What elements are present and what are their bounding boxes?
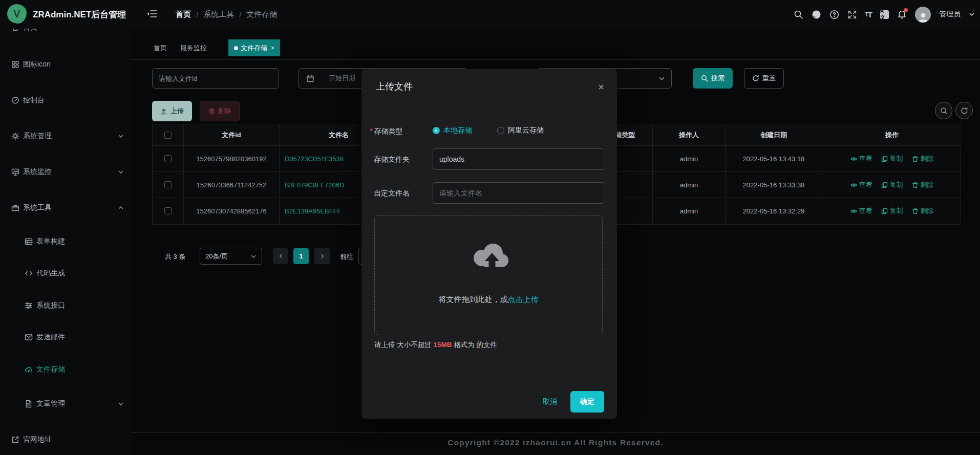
folder-input[interactable] [433,155,604,163]
tab-close-icon[interactable]: × [271,45,274,52]
cell-created: 2022-05-16 13:32:29 [726,198,822,224]
close-icon[interactable]: ✕ [598,82,605,92]
app-root: 首页 图标icon 控制台 系统管理 系统监控 系统工具 表单构建 [0,0,980,455]
page-size-select[interactable]: 20条/页 [200,248,262,265]
chevron-down-icon [250,253,257,259]
next-page-button[interactable] [314,248,330,264]
copy-link[interactable]: 复制 [881,206,903,215]
radio-unchecked-icon [497,127,504,134]
sidebar-item-system-api[interactable]: 系统接口 [0,299,131,312]
sidebar-item-code-gen[interactable]: 代码生成 [0,267,131,279]
upload-dropzone[interactable]: 将文件拖到此处，或点击上传 [374,215,603,335]
radio-aliyun-storage[interactable]: 阿里云存储 [497,126,544,135]
cancel-button[interactable]: 取消 [543,397,557,406]
row-checkbox[interactable] [164,207,172,214]
row-checkbox[interactable] [164,155,172,162]
view-link-label: 查看 [859,180,872,189]
tab-server-monitor[interactable]: 服务监控 [180,39,207,56]
cloud-upload-icon [467,239,514,273]
breadcrumb-separator: / [196,10,198,19]
search-icon[interactable] [794,10,803,19]
copy-link[interactable]: 复制 [881,154,903,163]
col-file-id: 文件id [184,124,280,146]
tab-file-storage[interactable]: 文件存储 × [228,39,280,56]
filename-inputbox [433,182,604,204]
delete-link-label: 删除 [921,206,934,215]
chevron-down-icon[interactable] [969,11,975,17]
sidebar-item-article-admin[interactable]: 文章管理 [0,398,131,410]
notification-bell-icon[interactable] [897,10,907,19]
sidebar-item-icons[interactable]: 图标icon [0,58,131,71]
tab-home[interactable]: 首页 [154,39,167,56]
breadcrumb: 首页 / 系统工具 / 文件存储 [176,0,277,29]
notification-dot [904,8,908,12]
sidebar-item-label: 系统接口 [36,301,65,310]
page-number-button[interactable]: 1 [293,248,309,264]
table-refresh-button[interactable] [955,102,973,119]
grid-icon [11,60,19,69]
sidebar-item-system-tools[interactable]: 系统工具 [0,202,131,214]
click-upload-link[interactable]: 点击上传 [508,295,539,304]
copy-link[interactable]: 复制 [881,180,903,189]
select-all-checkbox[interactable] [164,132,172,139]
fullscreen-icon[interactable] [847,10,857,19]
sliders-icon [25,301,33,310]
sidebar-item-website-link[interactable]: 官网地址 [0,434,131,446]
font-size-icon[interactable]: TT [865,10,872,19]
username[interactable]: 管理员 [939,10,961,19]
view-link[interactable]: 查看 [850,154,872,163]
breadcrumb-home[interactable]: 首页 [176,10,191,19]
delete-link[interactable]: 删除 [912,154,934,163]
filename-label: 自定文件名 [374,189,410,198]
cloud-upload-icon [25,365,33,374]
confirm-button[interactable]: 确定 [570,391,604,413]
breadcrumb-separator: / [239,10,241,19]
calendar-icon [306,74,314,82]
sidebar-item-send-mail[interactable]: 发送邮件 [0,331,131,343]
delete-button[interactable]: 删除 [200,101,240,121]
sidebar-item-system-monitor[interactable]: 系统监控 [0,166,131,178]
sidebar-fold-icon[interactable] [146,9,158,19]
sidebar-item-console[interactable]: 控制台 [0,94,131,106]
cell-file-id: 1526075798820360192 [184,146,280,172]
dropzone-text: 将文件拖到此处，或点击上传 [375,295,602,305]
copy-link-label: 复制 [890,206,903,215]
table-search-toggle-button[interactable] [935,102,952,119]
required-asterisk: * [370,127,372,135]
radio-local-storage[interactable]: 本地存储 [433,126,472,135]
col-operator: 操作人 [653,124,726,146]
delete-link[interactable]: 删除 [912,206,934,215]
sidebar-item-label: 系统监控 [23,167,52,177]
reset-button[interactable]: 重置 [744,68,784,89]
translate-icon[interactable]: A文 [880,10,889,19]
sidebar-item-form-builder[interactable]: 表单构建 [0,235,131,248]
cell-operator: admin [653,146,726,172]
view-link[interactable]: 查看 [850,180,872,189]
avatar[interactable] [915,7,931,23]
help-icon[interactable] [829,10,839,19]
delete-link[interactable]: 删除 [912,180,934,189]
filename-input[interactable] [433,189,604,197]
breadcrumb-system-tools[interactable]: 系统工具 [203,10,234,19]
cell-file-id: 1526073074288562176 [184,198,280,224]
view-link[interactable]: 查看 [850,206,872,215]
tab-label: 文件存储 [241,44,267,53]
sidebar-item-system-admin[interactable]: 系统管理 [0,130,131,142]
gear-icon [11,132,19,140]
breadcrumb-file-storage: 文件存储 [246,10,277,19]
delete-link-label: 删除 [921,154,934,163]
search-button[interactable]: 搜索 [693,68,733,89]
upload-button[interactable]: 上传 [152,101,192,121]
radio-checked-icon [433,127,440,134]
sidebar-item-file-storage[interactable]: 文件存储 [0,363,131,376]
sidebar-item-label: 控制台 [23,96,45,105]
cell-file-id: 1526073366711242752 [184,172,280,198]
view-link-label: 查看 [859,154,872,163]
github-icon[interactable] [812,10,821,19]
prev-page-button[interactable] [273,248,288,264]
file-id-input[interactable] [153,75,279,82]
col-actions: 操作 [822,124,962,146]
row-checkbox[interactable] [164,181,172,188]
upload-file-modal: 上传文件 ✕ *存储类型 本地存储 阿里云存储 存储文件夹 自定文件名 [361,69,617,419]
cell-created: 2022-05-16 13:43:18 [726,146,822,172]
